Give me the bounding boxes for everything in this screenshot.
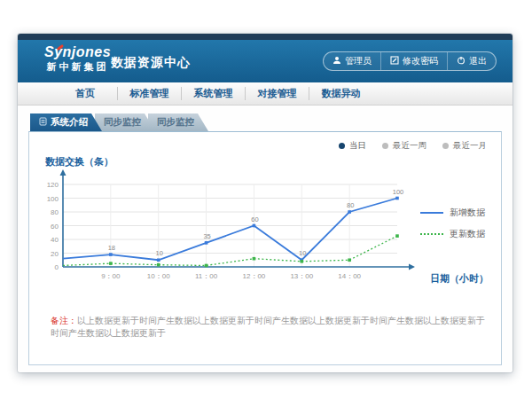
logout-button[interactable]: 退出 bbox=[447, 52, 496, 70]
line-chart: 0204060801001209：0010：0011：0012：0013：001… bbox=[36, 169, 435, 293]
svg-text:80: 80 bbox=[51, 208, 59, 216]
y-axis-title: 数据交换（条） bbox=[45, 155, 113, 168]
app-window: Synjones 新中新集团 数据资源中心 管理员修改密码退出 首页标准管理系统… bbox=[18, 34, 512, 372]
svg-text:11：00: 11：00 bbox=[195, 272, 218, 280]
user-menu: 管理员修改密码退出 bbox=[323, 51, 497, 71]
nav-item-数据异动[interactable]: 数据异动 bbox=[309, 87, 372, 100]
svg-text:12：00: 12：00 bbox=[243, 272, 266, 280]
svg-text:20: 20 bbox=[51, 250, 59, 258]
legend-line-sample bbox=[420, 233, 443, 235]
page-title: 数据资源中心 bbox=[111, 55, 191, 71]
svg-text:13：00: 13：00 bbox=[290, 272, 313, 280]
svg-text:35: 35 bbox=[203, 232, 210, 240]
change-password-button[interactable]: 修改密码 bbox=[380, 52, 447, 70]
svg-text:10: 10 bbox=[156, 249, 163, 257]
svg-text:80: 80 bbox=[347, 201, 354, 209]
radio-dot bbox=[382, 143, 388, 149]
svg-text:60: 60 bbox=[251, 215, 258, 223]
chart-canvas: 0204060801001209：0010：0011：0012：0013：001… bbox=[36, 169, 435, 289]
svg-text:18: 18 bbox=[108, 244, 115, 252]
svg-text:40: 40 bbox=[51, 236, 59, 244]
svg-text:60: 60 bbox=[51, 223, 59, 231]
user-icon bbox=[332, 56, 341, 66]
window-top-strip bbox=[18, 34, 512, 40]
main-nav: 首页标准管理系统管理对接管理数据异动 bbox=[18, 82, 512, 106]
radio-当日[interactable]: 当日 bbox=[339, 140, 366, 152]
company-logo: Synjones 新中新集团 bbox=[44, 44, 111, 72]
radio-dot bbox=[442, 143, 449, 149]
content-area: 系统介绍同步监控同步监控 当日最近一周最近一月 数据交换（条） 02040608… bbox=[18, 106, 512, 372]
user-button[interactable]: 管理员 bbox=[324, 52, 380, 70]
tab-同步监控-2[interactable]: 同步监控 bbox=[148, 113, 208, 131]
footnote-text: 以上数据更新于时间产生数据以上数据更新于时间产生数据以上数据更新于时间产生数据以… bbox=[51, 316, 485, 338]
app-header: Synjones 新中新集团 数据资源中心 管理员修改密码退出 bbox=[18, 40, 512, 82]
svg-text:10: 10 bbox=[299, 249, 306, 257]
document-icon bbox=[39, 117, 47, 128]
nav-item-标准管理[interactable]: 标准管理 bbox=[117, 87, 181, 100]
radio-最近一月[interactable]: 最近一月 bbox=[442, 140, 487, 152]
nav-item-对接管理[interactable]: 对接管理 bbox=[245, 87, 309, 100]
tab-同步监控-1[interactable]: 同步监控 bbox=[95, 113, 155, 131]
chart-legend: 新增数据更新数据 bbox=[420, 207, 485, 249]
radio-最近一周[interactable]: 最近一周 bbox=[382, 140, 426, 152]
logo-text-cn: 新中新集团 bbox=[44, 61, 111, 72]
svg-text:10：00: 10：00 bbox=[147, 272, 170, 280]
svg-text:100: 100 bbox=[47, 195, 59, 203]
legend-item-新增数据: 新增数据 bbox=[420, 207, 485, 219]
nav-item-首页[interactable]: 首页 bbox=[53, 87, 117, 100]
svg-text:9：00: 9：00 bbox=[101, 272, 121, 280]
edit-icon bbox=[390, 56, 399, 66]
svg-text:120: 120 bbox=[47, 181, 59, 189]
legend-line-sample bbox=[420, 212, 443, 214]
logo-text-en: Synjones bbox=[44, 44, 111, 60]
footnote: 备注：以上数据更新于时间产生数据以上数据更新于时间产生数据以上数据更新于时间产生… bbox=[51, 315, 485, 340]
nav-item-系统管理[interactable]: 系统管理 bbox=[181, 87, 245, 100]
radio-dot bbox=[339, 143, 345, 149]
x-axis-title: 日期（小时） bbox=[430, 272, 489, 286]
svg-text:0: 0 bbox=[55, 263, 59, 271]
footnote-label: 备注： bbox=[51, 316, 77, 325]
tab-bar: 系统介绍同步监控同步监控 bbox=[30, 113, 201, 131]
chart-panel: 当日最近一周最近一月 数据交换（条） 0204060801001209：0010… bbox=[28, 131, 502, 365]
legend-item-更新数据: 更新数据 bbox=[420, 228, 485, 240]
range-filter-group: 当日最近一周最近一月 bbox=[339, 140, 487, 152]
power-icon bbox=[457, 56, 466, 66]
svg-text:100: 100 bbox=[393, 188, 404, 196]
svg-text:14：00: 14：00 bbox=[338, 272, 361, 280]
tab-系统介绍-0[interactable]: 系统介绍 bbox=[30, 113, 102, 131]
